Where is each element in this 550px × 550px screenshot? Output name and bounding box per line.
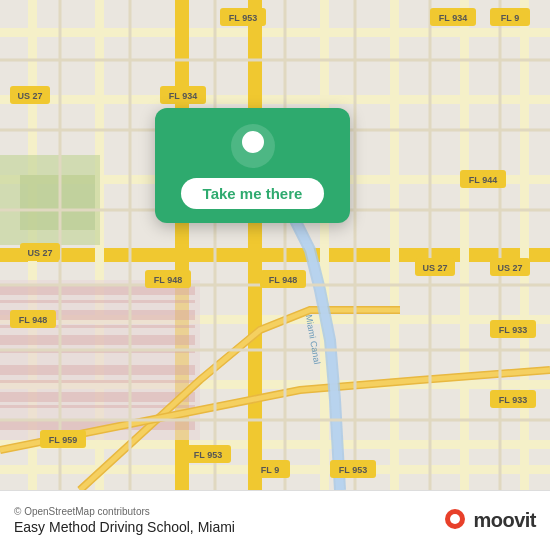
- svg-rect-26: [0, 380, 195, 383]
- svg-rect-14: [320, 0, 329, 490]
- svg-text:FL 953: FL 953: [339, 465, 367, 475]
- svg-text:US 27: US 27: [17, 91, 42, 101]
- svg-text:FL 933: FL 933: [499, 325, 527, 335]
- svg-text:US 27: US 27: [422, 263, 447, 273]
- svg-text:FL 933: FL 933: [499, 395, 527, 405]
- popup-card: Take me there: [155, 108, 350, 223]
- svg-rect-16: [460, 0, 469, 490]
- take-me-there-button[interactable]: Take me there: [181, 178, 325, 209]
- svg-text:FL 948: FL 948: [269, 275, 297, 285]
- svg-text:FL 9: FL 9: [501, 13, 519, 23]
- map-container: FL 9 FL 934 FL 953 US 27 FL 934 FL 944 U…: [0, 0, 550, 490]
- svg-text:FL 953: FL 953: [194, 450, 222, 460]
- map-background: FL 9 FL 934 FL 953 US 27 FL 934 FL 944 U…: [0, 0, 550, 490]
- svg-text:US 27: US 27: [27, 248, 52, 258]
- osm-credit: © OpenStreetMap contributors: [14, 506, 235, 517]
- svg-text:US 27: US 27: [497, 263, 522, 273]
- svg-text:FL 934: FL 934: [169, 91, 197, 101]
- svg-rect-17: [520, 0, 529, 490]
- svg-rect-31: [20, 175, 95, 230]
- svg-rect-23: [0, 335, 195, 345]
- bottom-bar: © OpenStreetMap contributors Easy Method…: [0, 490, 550, 550]
- svg-rect-25: [0, 365, 195, 375]
- moovit-logo: moovit: [441, 507, 536, 535]
- svg-text:FL 959: FL 959: [49, 435, 77, 445]
- svg-text:FL 948: FL 948: [154, 275, 182, 285]
- svg-text:FL 944: FL 944: [469, 175, 497, 185]
- svg-rect-27: [0, 392, 195, 402]
- svg-text:FL 9: FL 9: [261, 465, 279, 475]
- svg-text:FL 948: FL 948: [19, 315, 47, 325]
- svg-rect-20: [0, 300, 195, 303]
- moovit-logo-text: moovit: [473, 509, 536, 532]
- map-pin-icon: [231, 124, 275, 168]
- svg-text:FL 934: FL 934: [439, 13, 467, 23]
- svg-rect-13: [248, 0, 262, 490]
- svg-rect-15: [390, 0, 399, 490]
- bottom-info: © OpenStreetMap contributors Easy Method…: [14, 506, 235, 535]
- location-text: Easy Method Driving School, Miami: [14, 519, 235, 535]
- moovit-pin-icon: [441, 507, 469, 535]
- svg-text:FL 953: FL 953: [229, 13, 257, 23]
- svg-point-87: [450, 514, 460, 524]
